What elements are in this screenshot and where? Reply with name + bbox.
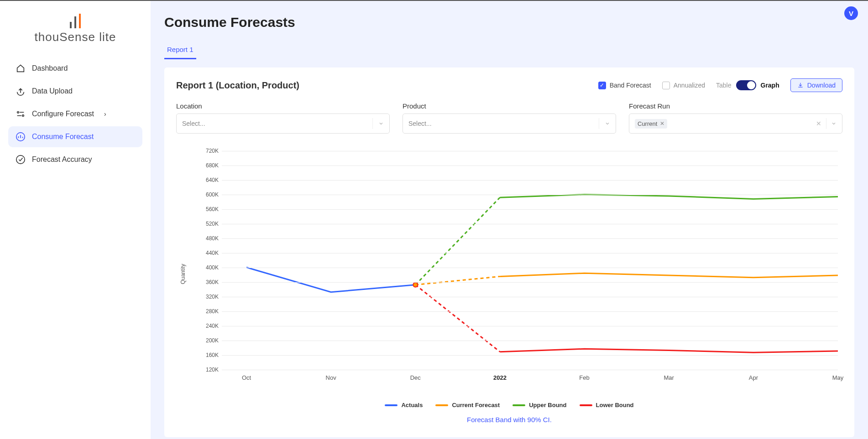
checkbox-icon (598, 82, 606, 89)
chevron-down-icon (599, 118, 610, 129)
annualized-label: Annualized (674, 82, 705, 89)
chevron-down-icon (372, 118, 384, 129)
gridline (222, 268, 838, 268)
gridline (222, 326, 838, 326)
legend-swatch (580, 404, 592, 406)
y-tick-label: 560K (197, 206, 219, 212)
location-placeholder: Select... (182, 120, 205, 127)
gridline (222, 238, 838, 239)
x-tick-label: Oct (242, 374, 251, 381)
svg-point-3 (16, 155, 25, 164)
y-axis-label: Quantity (180, 264, 186, 284)
gridline (222, 355, 838, 356)
y-tick-label: 520K (197, 221, 219, 227)
filter-forecast-run: Forecast Run Current ✕ ✕ (629, 102, 842, 134)
legend-swatch (512, 404, 525, 406)
forecast-run-label: Forecast Run (629, 102, 842, 110)
legend-swatch (435, 404, 448, 406)
download-button[interactable]: Download (790, 78, 842, 92)
sidebar-item-label: Consume Forecast (32, 133, 94, 141)
logo-icon (70, 15, 81, 28)
x-tick-label: Mar (664, 374, 674, 381)
location-select[interactable]: Select... (176, 114, 390, 134)
tab-report-1[interactable]: Report 1 (164, 41, 196, 59)
brand-logo: thouSense lite (0, 10, 151, 58)
gridline (222, 209, 838, 210)
gridline (222, 311, 838, 312)
sidebar-item-configure-forecast[interactable]: Configure Forecast› (8, 103, 142, 124)
chevron-right-icon: › (104, 110, 106, 118)
sidebar-item-data-upload[interactable]: Data Upload (8, 81, 142, 102)
gridline (222, 341, 838, 341)
y-tick-label: 680K (197, 162, 219, 169)
legend-label: Lower Bound (596, 402, 634, 408)
chevron-down-icon (831, 121, 837, 126)
chart-caption: Forecast Band with 90% CI. (176, 416, 842, 424)
svg-point-0 (17, 112, 19, 114)
forecast-run-tag: Current ✕ (635, 119, 667, 129)
legend-item: Upper Bound (512, 402, 566, 408)
home-icon (16, 63, 26, 73)
y-tick-label: 120K (197, 367, 219, 373)
y-tick-label: 720K (197, 148, 219, 154)
band-forecast-label: Band Forecast (610, 82, 651, 89)
gridline (222, 195, 838, 195)
sidebar-item-consume-forecast[interactable]: Consume Forecast (8, 126, 142, 147)
annualized-checkbox[interactable]: Annualized (662, 82, 705, 89)
forecast-run-select[interactable]: Current ✕ ✕ (629, 114, 842, 134)
product-placeholder: Select... (408, 120, 432, 127)
upload-icon (16, 86, 26, 96)
toggle-label-table: Table (716, 82, 731, 89)
gridline (222, 370, 838, 370)
band-forecast-checkbox[interactable]: Band Forecast (598, 82, 651, 89)
y-tick-label: 480K (197, 235, 219, 242)
location-label: Location (176, 102, 390, 110)
forecast-run-value: Current (638, 120, 657, 127)
x-tick-label: 2022 (493, 374, 507, 381)
x-tick-label: Nov (326, 374, 336, 381)
svg-point-1 (22, 115, 24, 117)
avatar-initial: V (849, 10, 853, 17)
avatar[interactable]: V (844, 6, 858, 20)
chart-legend: ActualsCurrent ForecastUpper BoundLower … (176, 402, 842, 408)
y-tick-label: 160K (197, 352, 219, 358)
report-panel: Report 1 (Location, Product) Band Foreca… (164, 67, 854, 437)
sidebar-item-label: Data Upload (32, 87, 73, 95)
x-tick-label: Dec (410, 374, 421, 381)
download-icon (797, 82, 804, 88)
clear-icon[interactable]: ✕ (816, 120, 821, 127)
table-graph-toggle[interactable] (736, 80, 756, 90)
sidebar-item-forecast-accuracy[interactable]: Forecast Accuracy (8, 149, 142, 170)
sidebar-item-dashboard[interactable]: Dashboard (8, 58, 142, 79)
legend-label: Actuals (401, 402, 423, 408)
y-tick-label: 400K (197, 264, 219, 271)
gridline (222, 165, 838, 166)
chart: Quantity 720K680K640K600K560K520K480K440… (181, 151, 842, 397)
toggle-label-graph: Graph (761, 82, 779, 89)
brand-name: thouSense lite (35, 30, 116, 44)
y-tick-label: 600K (197, 191, 219, 198)
sidebar: thouSense lite DashboardData UploadConfi… (0, 1, 151, 439)
tag-remove-icon[interactable]: ✕ (660, 120, 664, 127)
sidebar-item-label: Configure Forecast (32, 110, 94, 118)
panel-controls: Band Forecast Annualized Table Graph (598, 78, 842, 92)
filters-row: Location Select... Product Select... (176, 102, 842, 134)
plot-svg (222, 151, 838, 369)
legend-item: Lower Bound (580, 402, 634, 408)
y-tick-label: 240K (197, 323, 219, 329)
gridline (222, 282, 838, 283)
checkbox-icon (662, 82, 670, 89)
download-label: Download (807, 82, 836, 89)
main-content: Consume Forecasts Report 1 Report 1 (Loc… (151, 1, 868, 439)
y-tick-label: 640K (197, 177, 219, 183)
product-select[interactable]: Select... (403, 114, 616, 134)
tabs: Report 1 (164, 41, 854, 59)
gridline (222, 151, 838, 151)
plot-area: 720K680K640K600K560K520K480K440K400K360K… (222, 151, 838, 370)
legend-item: Current Forecast (435, 402, 500, 408)
y-tick-label: 320K (197, 294, 219, 300)
gridline (222, 180, 838, 181)
svg-point-4 (413, 283, 418, 287)
x-tick-label: Apr (749, 374, 758, 381)
gridline (222, 224, 838, 224)
